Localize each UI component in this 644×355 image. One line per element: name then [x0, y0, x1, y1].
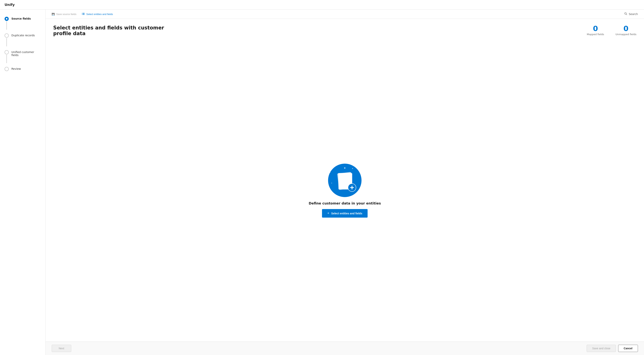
svg-rect-5: [83, 15, 84, 15]
save-close-button[interactable]: Save and close: [587, 345, 616, 352]
sidebar-item-unified-customer-fields[interactable]: Unified customer fields: [0, 48, 46, 65]
unmapped-fields-stat: 0 Unmapped fields: [616, 25, 636, 36]
page-title: Select entities and fields with customer…: [53, 25, 175, 36]
sidebar-item-review[interactable]: Review: [0, 65, 46, 73]
step-label-duplicate-records: Duplicate records: [12, 34, 35, 37]
step-circle-unified-customer-fields: [4, 50, 9, 54]
step-line-2: [6, 38, 7, 46]
select-entities-toolbar-button[interactable]: Select entities and fields: [82, 12, 113, 16]
step-indicator-source-fields: [4, 17, 9, 30]
unmapped-fields-label: Unmapped fields: [616, 33, 636, 36]
title-bar: Unify: [0, 0, 644, 10]
sidebar-item-duplicate-records[interactable]: Duplicate records: [0, 32, 46, 48]
step-label-review: Review: [12, 67, 21, 70]
step-indicator-unified-customer-fields: [4, 50, 9, 63]
plus-icon: +: [327, 211, 330, 215]
svg-line-7: [626, 14, 627, 15]
search-label: Search: [629, 13, 638, 16]
step-indicator-review: [4, 67, 9, 71]
svg-rect-4: [82, 15, 82, 15]
mapped-fields-label: Mapped fields: [587, 33, 604, 36]
main-content: Select entities and fields with customer…: [46, 19, 644, 341]
search-icon: [624, 12, 627, 16]
svg-rect-3: [83, 14, 84, 14]
step-label-unified-customer-fields: Unified customer fields: [12, 50, 41, 57]
save-source-fields-button[interactable]: 💾 Save source fields: [52, 13, 76, 16]
sidebar-item-source-fields[interactable]: Source fields: [0, 15, 46, 32]
footer-right: Save and close Cancel: [587, 345, 638, 352]
app-layout: Source fields Duplicate records Unified …: [0, 10, 644, 355]
select-entities-button-label: Select entities and fields: [331, 212, 362, 215]
cancel-button[interactable]: Cancel: [618, 345, 638, 352]
save-icon: 💾: [52, 13, 55, 16]
mapped-fields-stat: 0 Mapped fields: [587, 25, 604, 36]
step-circle-review: [4, 67, 9, 71]
content-area: 💾 Save source fields S: [46, 10, 644, 355]
step-label-source-fields: Source fields: [12, 17, 31, 20]
save-source-fields-label: Save source fields: [56, 13, 76, 16]
footer: Next Save and close Cancel: [46, 341, 644, 355]
mapped-fields-count: 0: [587, 25, 604, 32]
sidebar: Source fields Duplicate records Unified …: [0, 10, 46, 355]
unmapped-fields-count: 0: [616, 25, 636, 32]
step-circle-source-fields: [4, 17, 9, 21]
select-entities-button[interactable]: + Select entities and fields: [322, 209, 368, 218]
empty-state-illustration: [328, 163, 362, 197]
svg-rect-15: [352, 186, 352, 189]
toolbar: 💾 Save source fields S: [46, 10, 644, 19]
svg-rect-2: [82, 14, 82, 14]
stats-area: 0 Mapped fields 0 Unmapped fields: [587, 25, 636, 36]
step-line-3: [6, 55, 7, 63]
step-line-1: [6, 21, 7, 30]
page-header: Select entities and fields with customer…: [53, 25, 636, 36]
svg-rect-0: [82, 13, 82, 13]
search-toolbar[interactable]: Search: [624, 12, 638, 16]
empty-state: Define customer data in your entities + …: [53, 46, 636, 335]
step-indicator-duplicate-records: [4, 34, 9, 46]
step-circle-inner: [6, 18, 8, 20]
svg-rect-1: [83, 13, 84, 13]
list-icon: [82, 12, 85, 16]
select-entities-toolbar-label: Select entities and fields: [86, 13, 113, 16]
next-button[interactable]: Next: [52, 345, 71, 352]
empty-state-title: Define customer data in your entities: [309, 201, 381, 205]
step-circle-duplicate-records: [4, 34, 9, 38]
app-title: Unify: [4, 3, 15, 7]
toolbar-left: 💾 Save source fields S: [52, 12, 113, 16]
